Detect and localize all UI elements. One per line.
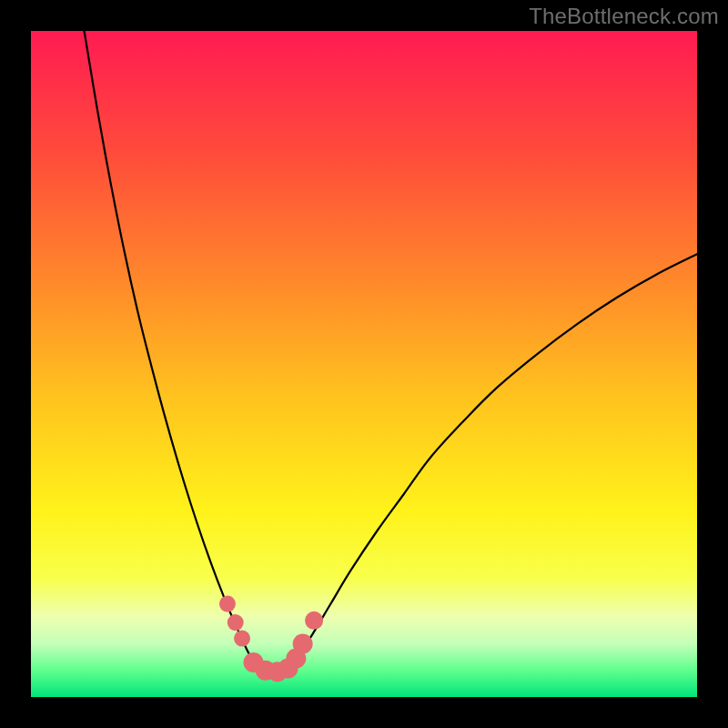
gradient-background (31, 31, 697, 697)
highlight-marker (228, 614, 244, 631)
watermark-text: TheBottleneck.com (529, 4, 719, 29)
plot-area (31, 31, 697, 697)
highlight-marker (293, 633, 313, 653)
chart-frame: TheBottleneck.com (0, 0, 728, 728)
highlight-marker (305, 612, 323, 630)
highlight-marker (219, 596, 236, 612)
highlight-marker (234, 631, 250, 647)
chart-svg (31, 31, 697, 697)
